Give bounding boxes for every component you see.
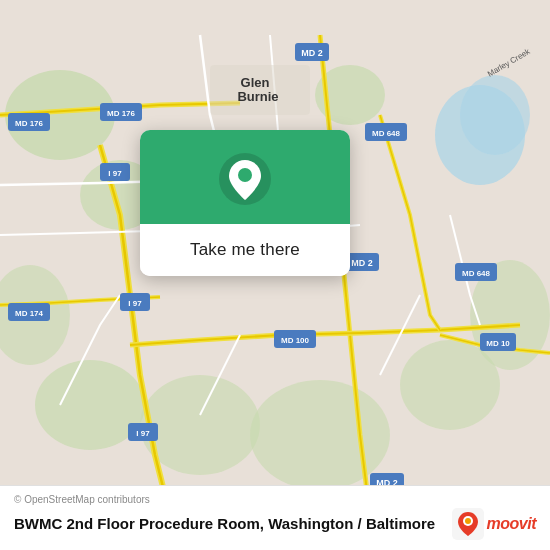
location-pin-icon [218,152,272,206]
card-header [140,130,350,224]
svg-text:MD 10: MD 10 [486,339,510,348]
svg-text:I 97: I 97 [108,169,122,178]
svg-text:I 97: I 97 [128,299,142,308]
svg-text:MD 176: MD 176 [15,119,44,128]
svg-text:I 97: I 97 [136,429,150,438]
map-container: MD 2 MD 176 MD 176 I 97 I 97 I 97 MD 648… [0,0,550,550]
moovit-logo: moovit [452,508,536,540]
svg-point-46 [465,518,471,524]
location-title: BWMC 2nd Floor Procedure Room, Washingto… [14,514,435,534]
svg-text:MD 648: MD 648 [372,129,401,138]
copyright-text: © OpenStreetMap contributors [14,494,536,505]
svg-point-5 [460,75,530,155]
location-title-row: BWMC 2nd Floor Procedure Room, Washingto… [14,508,536,540]
svg-point-43 [238,168,252,182]
navigation-card: Take me there [140,130,350,276]
moovit-icon [452,508,484,540]
svg-text:MD 100: MD 100 [281,336,310,345]
moovit-text: moovit [487,515,536,533]
svg-text:Burnie: Burnie [237,89,278,104]
svg-text:MD 648: MD 648 [462,269,491,278]
svg-text:MD 176: MD 176 [107,109,136,118]
svg-text:MD 174: MD 174 [15,309,44,318]
bottom-bar: © OpenStreetMap contributors BWMC 2nd Fl… [0,485,550,550]
take-me-there-button[interactable]: Take me there [140,224,350,276]
svg-text:Glen: Glen [241,75,270,90]
svg-text:MD 2: MD 2 [351,258,373,268]
svg-point-8 [250,380,390,490]
svg-text:MD 2: MD 2 [301,48,323,58]
